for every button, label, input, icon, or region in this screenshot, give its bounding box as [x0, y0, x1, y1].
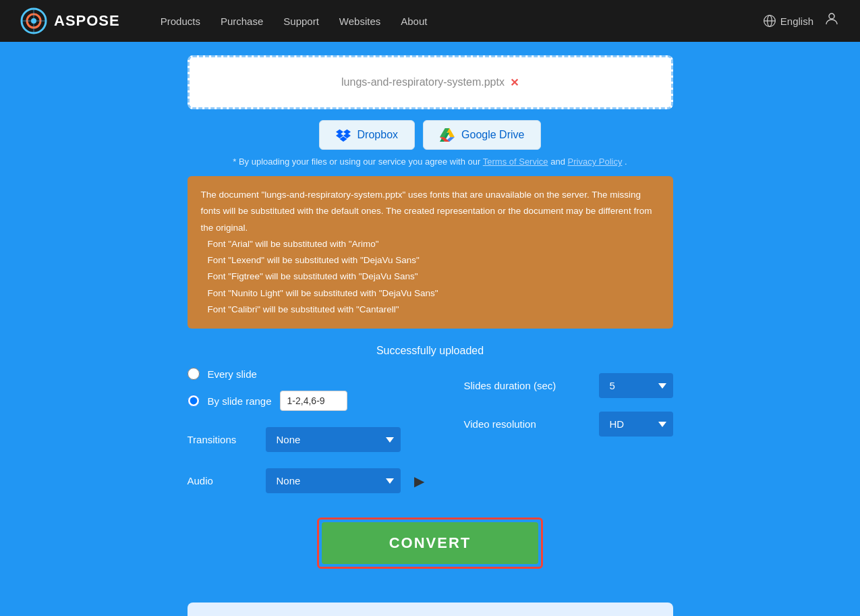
by-slide-range-radio[interactable]: [188, 395, 200, 407]
font-sub-1: Font "Lexend" will be substituted with "…: [208, 252, 660, 269]
nav-support[interactable]: Support: [283, 16, 319, 27]
nav-purchase[interactable]: Purchase: [221, 16, 263, 27]
convert-section: CONVERT: [188, 517, 673, 569]
logo-text: ASPOSE: [54, 12, 120, 30]
transitions-select[interactable]: None Fade Slide Zoom: [266, 427, 401, 452]
video-resolution-row: Video resolution SD HD Full HD: [464, 412, 673, 437]
left-options: Every slide By slide range Transitions N…: [188, 368, 437, 493]
font-sub-4: Font "Calibri" will be substituted with …: [208, 302, 660, 318]
cloud-buttons: Dropbox Google Drive: [319, 120, 542, 150]
font-sub-0: Font "Arial" will be substituted with "A…: [208, 236, 660, 252]
google-drive-button[interactable]: Google Drive: [423, 120, 541, 150]
every-slide-radio[interactable]: [188, 368, 200, 380]
slide-range-row: By slide range: [188, 391, 437, 411]
transitions-label: Transitions: [188, 434, 255, 445]
aspose-logo-icon: [20, 7, 47, 34]
footer-stats: We've already processed 14625176 files w…: [188, 603, 673, 616]
right-options: Slides duration (sec) 3 5 7 10 Video res…: [464, 368, 673, 493]
uploaded-filename: lungs-and-respiratory-system.pptx: [341, 76, 505, 88]
language-selector[interactable]: English: [763, 14, 813, 28]
file-upload-area[interactable]: lungs-and-respiratory-system.pptx ✕: [188, 55, 673, 109]
google-drive-icon: [440, 128, 455, 142]
navbar-right: English: [763, 11, 840, 31]
convert-button-wrapper: CONVERT: [317, 517, 544, 569]
main-content: lungs-and-respiratory-system.pptx ✕ Drop…: [0, 42, 860, 616]
audio-select[interactable]: None Upload audio: [266, 468, 401, 493]
remove-file-button[interactable]: ✕: [510, 76, 519, 89]
slides-duration-row: Slides duration (sec) 3 5 7 10: [464, 373, 673, 398]
slides-duration-select[interactable]: 3 5 7 10: [599, 373, 673, 398]
font-sub-2: Font "Figtree" will be substituted with …: [208, 269, 660, 285]
navbar: ASPOSE Products Purchase Support Website…: [0, 0, 860, 42]
slides-duration-label: Slides duration (sec): [464, 380, 585, 391]
font-sub-3: Font "Nunito Light" will be substituted …: [208, 285, 660, 302]
dropbox-label: Dropbox: [357, 129, 398, 141]
convert-button[interactable]: CONVERT: [322, 522, 539, 564]
audio-label: Audio: [188, 475, 255, 486]
globe-icon: [763, 14, 776, 28]
upload-success-status: Successfully uploaded: [376, 345, 484, 357]
terms-of-service-link[interactable]: Terms of Service: [483, 157, 548, 167]
audio-row: Audio None Upload audio ▶: [188, 468, 437, 493]
font-warning-box: The document "lungs-and-respiratory-syst…: [188, 176, 673, 329]
nav-links: Products Purchase Support Websites About: [161, 16, 763, 27]
video-resolution-label: Video resolution: [464, 418, 585, 430]
dropbox-button[interactable]: Dropbox: [319, 120, 415, 150]
video-resolution-select[interactable]: SD HD Full HD: [599, 412, 673, 437]
slide-range-input[interactable]: [280, 391, 347, 411]
gdrive-label: Google Drive: [461, 129, 524, 141]
audio-play-button[interactable]: ▶: [411, 470, 427, 492]
language-label: English: [780, 16, 813, 27]
svg-point-8: [829, 13, 834, 19]
nav-products[interactable]: Products: [161, 16, 200, 27]
terms-suffix: .: [625, 157, 627, 167]
logo[interactable]: ASPOSE: [20, 7, 120, 34]
every-slide-label[interactable]: Every slide: [208, 368, 257, 380]
by-slide-range-label[interactable]: By slide range: [208, 395, 272, 407]
nav-websites[interactable]: Websites: [339, 16, 380, 27]
dropbox-icon: [336, 128, 351, 142]
nav-about[interactable]: About: [401, 16, 427, 27]
privacy-policy-link[interactable]: Privacy Policy: [568, 157, 623, 167]
terms-text: * By uploading your files or using our s…: [233, 157, 627, 167]
user-account-icon[interactable]: [824, 11, 840, 31]
terms-and: and: [550, 157, 565, 167]
options-section: Every slide By slide range Transitions N…: [188, 368, 673, 493]
terms-prefix: * By uploading your files or using our s…: [233, 157, 480, 167]
warning-main-text: The document "lungs-and-respiratory-syst…: [201, 190, 652, 233]
success-label: Successfully uploaded: [376, 345, 484, 356]
transitions-row: Transitions None Fade Slide Zoom: [188, 427, 437, 452]
every-slide-row: Every slide: [188, 368, 437, 380]
